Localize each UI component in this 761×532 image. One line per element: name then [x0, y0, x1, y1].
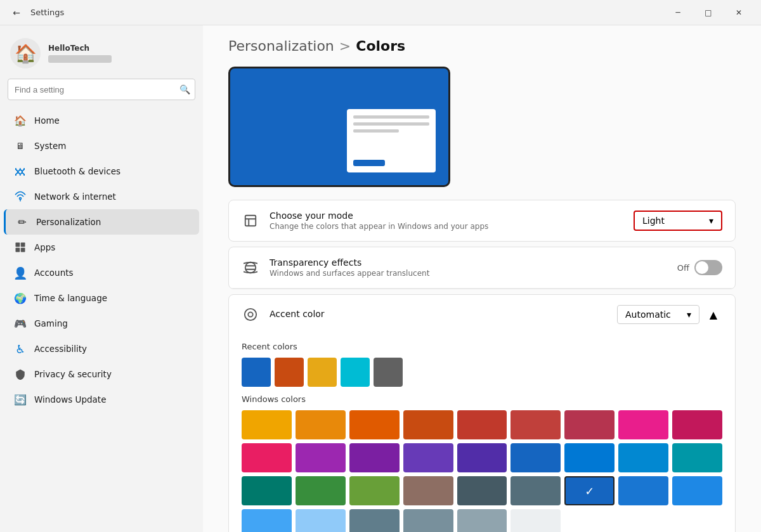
- windows-color-27[interactable]: [242, 509, 292, 532]
- windows-color-5[interactable]: [511, 410, 561, 439]
- sidebar-search: 🔍: [8, 79, 195, 100]
- windows-color-10[interactable]: [296, 443, 346, 472]
- svg-point-6: [245, 263, 256, 273]
- toggle-knob: [696, 261, 708, 274]
- windows-color-31[interactable]: [457, 509, 507, 532]
- windows-color-32[interactable]: [511, 509, 561, 532]
- windows-color-14[interactable]: [511, 443, 561, 472]
- windows-color-9[interactable]: [242, 443, 292, 472]
- recent-color-0[interactable]: [242, 358, 271, 387]
- windows-color-28[interactable]: [296, 509, 346, 532]
- profile-name: HelloTech: [48, 44, 112, 53]
- windows-color-18[interactable]: [242, 476, 292, 505]
- minimize-button[interactable]: ─: [663, 3, 693, 23]
- windows-color-15[interactable]: [564, 443, 615, 472]
- update-icon: 🔄: [14, 393, 27, 406]
- svg-rect-5: [245, 216, 256, 226]
- windows-color-19[interactable]: [296, 476, 346, 505]
- recent-color-1[interactable]: [275, 358, 304, 387]
- nav-label-accounts: Accounts: [34, 268, 74, 278]
- accent-color-card: Accent color Automatic ▾ ▲ Recent colors…: [228, 294, 736, 532]
- back-button[interactable]: ←: [8, 4, 25, 22]
- windows-color-6[interactable]: [564, 410, 615, 439]
- windows-color-17[interactable]: [672, 443, 722, 472]
- theme-preview: [228, 67, 450, 187]
- choose-mode-title: Choose your mode: [270, 211, 623, 221]
- sidebar-item-gaming[interactable]: 🎮 Gaming: [4, 311, 199, 336]
- sidebar-item-apps[interactable]: Apps: [4, 235, 199, 260]
- preview-line-2: [353, 122, 429, 126]
- windows-color-16[interactable]: [618, 443, 668, 472]
- windows-color-8[interactable]: [672, 410, 722, 439]
- windows-colors-label: Windows colors: [242, 394, 722, 404]
- personalization-icon: ✏️: [16, 216, 29, 228]
- svg-rect-2: [21, 243, 25, 247]
- preview-window: [347, 109, 436, 172]
- windows-color-3[interactable]: [403, 410, 453, 439]
- sidebar-item-time[interactable]: 🌍 Time & language: [4, 285, 199, 311]
- nav-label-personalization: Personalization: [36, 217, 101, 227]
- windows-color-29[interactable]: [349, 509, 400, 532]
- accent-dropdown[interactable]: Automatic ▾: [617, 305, 699, 324]
- windows-color-0[interactable]: [242, 410, 292, 439]
- windows-color-20[interactable]: [349, 476, 400, 505]
- maximize-button[interactable]: □: [694, 3, 723, 23]
- transparency-icon: [242, 259, 259, 276]
- windows-color-25[interactable]: [618, 476, 668, 505]
- recent-color-4[interactable]: [374, 358, 403, 387]
- sidebar-item-network[interactable]: Network & internet: [4, 184, 199, 209]
- sidebar-item-home[interactable]: 🏠 Home: [4, 108, 199, 133]
- breadcrumb-parent: Personalization: [228, 38, 334, 54]
- window-controls: ─ □ ✕: [663, 3, 753, 23]
- sidebar-item-system[interactable]: 🖥 System: [4, 133, 199, 159]
- windows-color-2[interactable]: [349, 410, 400, 439]
- windows-color-30[interactable]: [403, 509, 453, 532]
- transparency-toggle[interactable]: [694, 260, 722, 275]
- preview-button: [353, 160, 385, 166]
- windows-color-21[interactable]: [403, 476, 453, 505]
- mode-dropdown[interactable]: Light ▾: [634, 211, 722, 231]
- sidebar-item-bluetooth[interactable]: ⯵ Bluetooth & devices: [4, 159, 199, 184]
- windows-color-11[interactable]: [349, 443, 400, 472]
- windows-color-7[interactable]: [618, 410, 668, 439]
- transparency-card: Transparency effects Windows and surface…: [228, 247, 736, 289]
- gaming-icon: 🎮: [14, 317, 27, 330]
- close-button[interactable]: ✕: [724, 3, 753, 23]
- nav-label-accessibility: Accessibility: [34, 344, 87, 354]
- sidebar-item-update[interactable]: 🔄 Windows Update: [4, 387, 199, 412]
- windows-color-26[interactable]: [672, 476, 722, 505]
- sidebar-item-accessibility[interactable]: ♿ Accessibility: [4, 336, 199, 361]
- sidebar-item-personalization[interactable]: ✏️ Personalization: [4, 209, 199, 235]
- accent-icon: [242, 306, 259, 323]
- title-bar: ← Settings ─ □ ✕: [0, 0, 761, 25]
- windows-color-24[interactable]: [564, 476, 615, 505]
- windows-color-4[interactable]: [457, 410, 507, 439]
- profile-username-blurred: [48, 55, 112, 63]
- windows-color-13[interactable]: [457, 443, 507, 472]
- app-title: Settings: [30, 8, 64, 17]
- avatar-icon: 🏠: [15, 43, 37, 64]
- transparency-text: Transparency effects Windows and surface…: [270, 257, 667, 278]
- main-content: Personalization > Colors Choose your mod…: [203, 25, 761, 532]
- sidebar-item-accounts[interactable]: 👤 Accounts: [4, 260, 199, 285]
- recent-colors-grid: [242, 358, 722, 387]
- search-input[interactable]: [8, 79, 195, 100]
- svg-point-7: [245, 309, 256, 320]
- choose-mode-desc: Change the colors that appear in Windows…: [270, 222, 623, 231]
- accent-collapse-button[interactable]: ▲: [705, 306, 722, 323]
- home-icon: 🏠: [14, 114, 27, 127]
- nav-label-update: Windows Update: [34, 394, 106, 405]
- transparency-title: Transparency effects: [270, 257, 667, 268]
- accent-controls: Automatic ▾ ▲: [617, 305, 722, 324]
- recent-color-2[interactable]: [308, 358, 337, 387]
- windows-color-22[interactable]: [457, 476, 507, 505]
- nav-label-bluetooth: Bluetooth & devices: [34, 166, 120, 176]
- accent-header: Accent color Automatic ▾ ▲: [229, 295, 735, 334]
- windows-color-23[interactable]: [511, 476, 561, 505]
- recent-color-3[interactable]: [341, 358, 370, 387]
- sidebar-item-privacy[interactable]: Privacy & security: [4, 361, 199, 387]
- windows-color-12[interactable]: [403, 443, 453, 472]
- windows-color-1[interactable]: [296, 410, 346, 439]
- breadcrumb-separator: >: [339, 38, 351, 54]
- accessibility-icon: ♿: [14, 342, 27, 355]
